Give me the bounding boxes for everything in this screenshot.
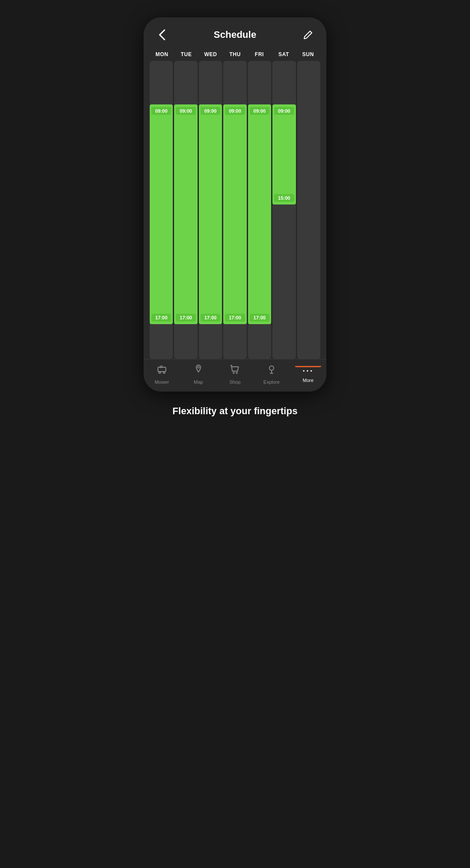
tagline: Flexibility at your fingertips — [164, 406, 306, 417]
start-time-fri: 09:00 — [250, 107, 269, 115]
inactive-top-tue — [174, 61, 197, 104]
svg-point-1 — [159, 372, 161, 373]
start-time-sat: 09:00 — [274, 107, 294, 115]
back-button[interactable] — [154, 27, 170, 43]
day-column-mon[interactable]: 09:00 17:00 — [150, 61, 173, 359]
nav-item-explore[interactable]: Explore — [253, 364, 290, 385]
svg-point-6 — [236, 372, 238, 374]
active-block-sat[interactable]: 09:00 15:00 — [272, 104, 295, 204]
end-time-sat: 15:00 — [274, 194, 294, 202]
start-time-mon: 09:00 — [151, 107, 171, 115]
inactive-bottom-mon — [150, 324, 173, 359]
header: Schedule — [144, 17, 326, 50]
nav-label-explore: Explore — [263, 379, 279, 385]
nav-label-map: Map — [194, 379, 203, 385]
svg-point-4 — [198, 366, 199, 368]
day-header-thu: THU — [223, 50, 247, 59]
more-icon: ··· — [302, 366, 314, 376]
day-column-fri[interactable]: 09:00 17:00 — [248, 61, 271, 359]
day-header-wed: WED — [198, 50, 223, 59]
day-header-fri: FRI — [247, 50, 272, 59]
inactive-top-sat — [272, 61, 295, 104]
day-header-tue: TUE — [174, 50, 198, 59]
map-icon — [193, 364, 204, 378]
active-block-wed[interactable]: 09:00 17:00 — [199, 104, 222, 324]
active-block-thu[interactable]: 09:00 17:00 — [223, 104, 246, 324]
schedule-grid: 09:00 17:00 09:00 17:00 — [148, 61, 322, 359]
end-time-wed: 17:00 — [201, 314, 220, 322]
inactive-bottom-wed — [199, 324, 222, 359]
day-column-sun[interactable] — [297, 61, 320, 359]
end-time-mon: 17:00 — [151, 314, 171, 322]
end-time-fri: 17:00 — [250, 314, 269, 322]
nav-item-shop[interactable]: Shop — [217, 364, 253, 385]
bottom-nav: Mower Map — [144, 359, 326, 392]
active-block-tue[interactable]: 09:00 17:00 — [174, 104, 197, 324]
shop-icon — [229, 364, 241, 378]
inactive-bottom-fri — [248, 324, 271, 359]
day-column-wed[interactable]: 09:00 17:00 — [199, 61, 222, 359]
day-column-tue[interactable]: 09:00 17:00 — [174, 61, 197, 359]
nav-label-more: More — [302, 378, 313, 383]
inactive-sun — [297, 61, 320, 359]
day-header-mon: MON — [150, 50, 174, 59]
nav-item-mower[interactable]: Mower — [144, 364, 180, 385]
nav-label-shop: Shop — [229, 379, 241, 385]
active-block-fri[interactable]: 09:00 17:00 — [248, 104, 271, 324]
day-column-thu[interactable]: 09:00 17:00 — [223, 61, 246, 359]
day-header-sat: SAT — [272, 50, 296, 59]
day-column-sat[interactable]: 09:00 15:00 — [272, 61, 295, 359]
inactive-bottom-sat — [272, 204, 295, 359]
day-headers-row: MON TUE WED THU FRI SAT SUN — [148, 50, 322, 59]
svg-point-7 — [269, 366, 274, 370]
svg-point-2 — [163, 372, 165, 373]
day-header-sun: SUN — [296, 50, 320, 59]
active-block-mon[interactable]: 09:00 17:00 — [150, 104, 173, 324]
inactive-bottom-tue — [174, 324, 197, 359]
inactive-top-mon — [150, 61, 173, 104]
nav-item-map[interactable]: Map — [180, 364, 217, 385]
explore-icon — [266, 364, 277, 378]
inactive-bottom-thu — [223, 324, 246, 359]
mower-icon — [156, 364, 168, 378]
nav-item-more[interactable]: ··· More — [290, 366, 326, 383]
phone-frame: Schedule MON TUE WED THU FRI SAT SUN — [144, 17, 326, 392]
inactive-top-fri — [248, 61, 271, 104]
end-time-thu: 17:00 — [225, 314, 245, 322]
page-title: Schedule — [214, 29, 256, 40]
svg-point-5 — [233, 372, 235, 374]
edit-button[interactable] — [300, 27, 316, 43]
start-time-tue: 09:00 — [176, 107, 195, 115]
nav-label-mower: Mower — [154, 379, 169, 385]
calendar-area: MON TUE WED THU FRI SAT SUN 09:00 17:00 — [144, 50, 326, 359]
active-indicator — [297, 366, 319, 367]
inactive-top-wed — [199, 61, 222, 104]
end-time-tue: 17:00 — [176, 314, 195, 322]
start-time-thu: 09:00 — [225, 107, 245, 115]
page-wrapper: Schedule MON TUE WED THU FRI SAT SUN — [118, 0, 352, 434]
inactive-top-thu — [223, 61, 246, 104]
start-time-wed: 09:00 — [201, 107, 220, 115]
